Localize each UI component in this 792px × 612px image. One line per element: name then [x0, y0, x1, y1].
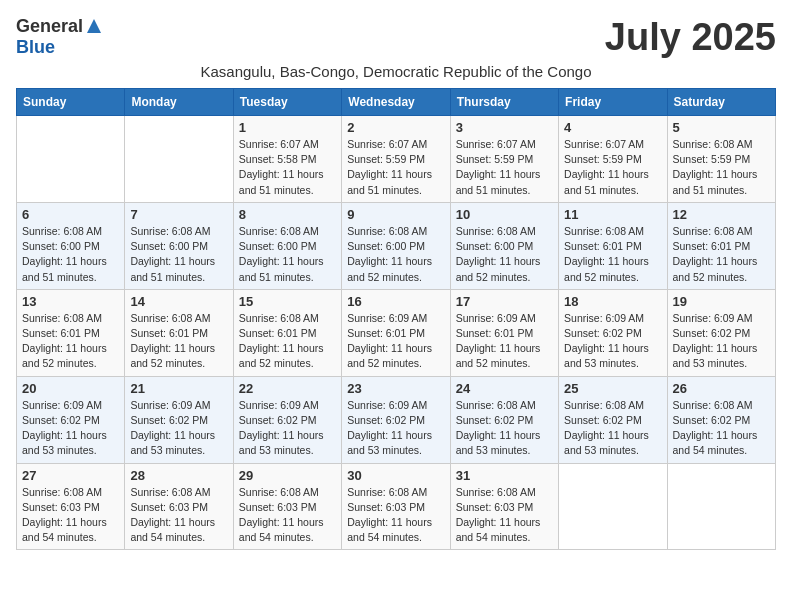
day-number: 7: [130, 207, 227, 222]
calendar-header-row: SundayMondayTuesdayWednesdayThursdayFrid…: [17, 89, 776, 116]
day-info: Sunrise: 6:08 AMSunset: 6:00 PMDaylight:…: [130, 224, 227, 285]
day-info: Sunrise: 6:08 AMSunset: 6:01 PMDaylight:…: [564, 224, 661, 285]
logo: General Blue: [16, 16, 103, 58]
calendar-day-cell: 23Sunrise: 6:09 AMSunset: 6:02 PMDayligh…: [342, 376, 450, 463]
calendar-day-cell: 20Sunrise: 6:09 AMSunset: 6:02 PMDayligh…: [17, 376, 125, 463]
calendar-day-cell: 26Sunrise: 6:08 AMSunset: 6:02 PMDayligh…: [667, 376, 775, 463]
calendar-day-cell: [559, 463, 667, 550]
day-number: 26: [673, 381, 770, 396]
month-title: July 2025: [605, 16, 776, 59]
day-number: 8: [239, 207, 336, 222]
day-info: Sunrise: 6:09 AMSunset: 6:01 PMDaylight:…: [347, 311, 444, 372]
calendar-header-cell: Thursday: [450, 89, 558, 116]
header: General Blue July 2025: [16, 16, 776, 59]
day-number: 29: [239, 468, 336, 483]
day-number: 2: [347, 120, 444, 135]
day-number: 5: [673, 120, 770, 135]
day-info: Sunrise: 6:07 AMSunset: 5:59 PMDaylight:…: [564, 137, 661, 198]
calendar-day-cell: 9Sunrise: 6:08 AMSunset: 6:00 PMDaylight…: [342, 202, 450, 289]
day-info: Sunrise: 6:09 AMSunset: 6:02 PMDaylight:…: [564, 311, 661, 372]
day-number: 6: [22, 207, 119, 222]
calendar-day-cell: 5Sunrise: 6:08 AMSunset: 5:59 PMDaylight…: [667, 116, 775, 203]
day-info: Sunrise: 6:09 AMSunset: 6:02 PMDaylight:…: [239, 398, 336, 459]
calendar-body: 1Sunrise: 6:07 AMSunset: 5:58 PMDaylight…: [17, 116, 776, 550]
calendar-header-cell: Monday: [125, 89, 233, 116]
calendar-day-cell: 4Sunrise: 6:07 AMSunset: 5:59 PMDaylight…: [559, 116, 667, 203]
day-info: Sunrise: 6:08 AMSunset: 6:02 PMDaylight:…: [456, 398, 553, 459]
calendar-table: SundayMondayTuesdayWednesdayThursdayFrid…: [16, 88, 776, 550]
day-number: 14: [130, 294, 227, 309]
day-info: Sunrise: 6:08 AMSunset: 6:01 PMDaylight:…: [673, 224, 770, 285]
day-number: 17: [456, 294, 553, 309]
calendar-day-cell: 18Sunrise: 6:09 AMSunset: 6:02 PMDayligh…: [559, 289, 667, 376]
calendar-day-cell: 14Sunrise: 6:08 AMSunset: 6:01 PMDayligh…: [125, 289, 233, 376]
day-number: 9: [347, 207, 444, 222]
calendar-day-cell: 7Sunrise: 6:08 AMSunset: 6:00 PMDaylight…: [125, 202, 233, 289]
calendar-day-cell: 3Sunrise: 6:07 AMSunset: 5:59 PMDaylight…: [450, 116, 558, 203]
calendar-week-row: 27Sunrise: 6:08 AMSunset: 6:03 PMDayligh…: [17, 463, 776, 550]
calendar-header-cell: Sunday: [17, 89, 125, 116]
calendar-day-cell: 22Sunrise: 6:09 AMSunset: 6:02 PMDayligh…: [233, 376, 341, 463]
day-info: Sunrise: 6:08 AMSunset: 6:01 PMDaylight:…: [239, 311, 336, 372]
location-title: Kasangulu, Bas-Congo, Democratic Republi…: [16, 63, 776, 80]
calendar-day-cell: 6Sunrise: 6:08 AMSunset: 6:00 PMDaylight…: [17, 202, 125, 289]
calendar-day-cell: 29Sunrise: 6:08 AMSunset: 6:03 PMDayligh…: [233, 463, 341, 550]
day-number: 28: [130, 468, 227, 483]
day-number: 16: [347, 294, 444, 309]
calendar-day-cell: 10Sunrise: 6:08 AMSunset: 6:00 PMDayligh…: [450, 202, 558, 289]
calendar-day-cell: 13Sunrise: 6:08 AMSunset: 6:01 PMDayligh…: [17, 289, 125, 376]
calendar-day-cell: 8Sunrise: 6:08 AMSunset: 6:00 PMDaylight…: [233, 202, 341, 289]
logo-icon: [85, 17, 103, 35]
day-info: Sunrise: 6:08 AMSunset: 6:01 PMDaylight:…: [22, 311, 119, 372]
day-info: Sunrise: 6:09 AMSunset: 6:02 PMDaylight:…: [22, 398, 119, 459]
day-number: 1: [239, 120, 336, 135]
calendar-day-cell: 12Sunrise: 6:08 AMSunset: 6:01 PMDayligh…: [667, 202, 775, 289]
day-number: 21: [130, 381, 227, 396]
day-info: Sunrise: 6:08 AMSunset: 5:59 PMDaylight:…: [673, 137, 770, 198]
logo-blue: Blue: [16, 37, 55, 58]
calendar-day-cell: 16Sunrise: 6:09 AMSunset: 6:01 PMDayligh…: [342, 289, 450, 376]
calendar-day-cell: 25Sunrise: 6:08 AMSunset: 6:02 PMDayligh…: [559, 376, 667, 463]
day-info: Sunrise: 6:09 AMSunset: 6:02 PMDaylight:…: [130, 398, 227, 459]
day-info: Sunrise: 6:08 AMSunset: 6:00 PMDaylight:…: [456, 224, 553, 285]
calendar-day-cell: [667, 463, 775, 550]
calendar-day-cell: 1Sunrise: 6:07 AMSunset: 5:58 PMDaylight…: [233, 116, 341, 203]
day-info: Sunrise: 6:08 AMSunset: 6:03 PMDaylight:…: [22, 485, 119, 546]
calendar-day-cell: 2Sunrise: 6:07 AMSunset: 5:59 PMDaylight…: [342, 116, 450, 203]
calendar-header-cell: Tuesday: [233, 89, 341, 116]
day-number: 31: [456, 468, 553, 483]
calendar-week-row: 6Sunrise: 6:08 AMSunset: 6:00 PMDaylight…: [17, 202, 776, 289]
day-number: 20: [22, 381, 119, 396]
calendar-day-cell: [125, 116, 233, 203]
day-number: 18: [564, 294, 661, 309]
calendar-day-cell: 24Sunrise: 6:08 AMSunset: 6:02 PMDayligh…: [450, 376, 558, 463]
day-info: Sunrise: 6:07 AMSunset: 5:58 PMDaylight:…: [239, 137, 336, 198]
day-number: 12: [673, 207, 770, 222]
calendar-day-cell: 31Sunrise: 6:08 AMSunset: 6:03 PMDayligh…: [450, 463, 558, 550]
svg-marker-0: [87, 19, 101, 33]
day-number: 22: [239, 381, 336, 396]
day-number: 13: [22, 294, 119, 309]
calendar-header-cell: Friday: [559, 89, 667, 116]
calendar-header-cell: Saturday: [667, 89, 775, 116]
day-info: Sunrise: 6:08 AMSunset: 6:00 PMDaylight:…: [22, 224, 119, 285]
calendar-day-cell: 11Sunrise: 6:08 AMSunset: 6:01 PMDayligh…: [559, 202, 667, 289]
day-info: Sunrise: 6:09 AMSunset: 6:02 PMDaylight:…: [673, 311, 770, 372]
calendar-day-cell: 15Sunrise: 6:08 AMSunset: 6:01 PMDayligh…: [233, 289, 341, 376]
day-number: 25: [564, 381, 661, 396]
day-number: 30: [347, 468, 444, 483]
day-number: 4: [564, 120, 661, 135]
day-info: Sunrise: 6:08 AMSunset: 6:00 PMDaylight:…: [347, 224, 444, 285]
day-info: Sunrise: 6:08 AMSunset: 6:03 PMDaylight:…: [456, 485, 553, 546]
day-number: 11: [564, 207, 661, 222]
day-info: Sunrise: 6:08 AMSunset: 6:01 PMDaylight:…: [130, 311, 227, 372]
day-info: Sunrise: 6:08 AMSunset: 6:03 PMDaylight:…: [347, 485, 444, 546]
day-number: 10: [456, 207, 553, 222]
day-number: 24: [456, 381, 553, 396]
calendar-week-row: 20Sunrise: 6:09 AMSunset: 6:02 PMDayligh…: [17, 376, 776, 463]
day-info: Sunrise: 6:09 AMSunset: 6:01 PMDaylight:…: [456, 311, 553, 372]
day-info: Sunrise: 6:08 AMSunset: 6:02 PMDaylight:…: [673, 398, 770, 459]
day-info: Sunrise: 6:07 AMSunset: 5:59 PMDaylight:…: [347, 137, 444, 198]
calendar-day-cell: 19Sunrise: 6:09 AMSunset: 6:02 PMDayligh…: [667, 289, 775, 376]
calendar-day-cell: 30Sunrise: 6:08 AMSunset: 6:03 PMDayligh…: [342, 463, 450, 550]
